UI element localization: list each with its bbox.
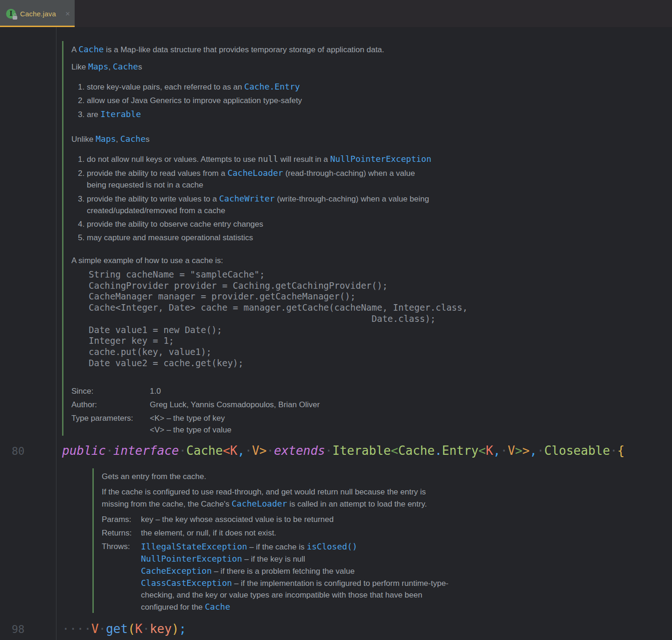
- gutter-divider: [56, 27, 56, 640]
- code-line-98[interactable]: ····V·get(K·key);: [62, 620, 672, 637]
- doc-text: s: [138, 63, 142, 71]
- whitespace-dot: ·: [245, 444, 252, 458]
- doc-definition-list: Since:1.0Author:Greg Luck, Yannis Cosmad…: [71, 385, 503, 436]
- doc-paragraph: A simple example of how to use a cache i…: [71, 255, 503, 266]
- def-label: Author:: [71, 399, 150, 410]
- doc-paragraph: If the cache is configured to use read-t…: [102, 486, 515, 510]
- list-item: store key-value pairs, each referred to …: [87, 81, 503, 93]
- doc-text: ,: [108, 63, 112, 71]
- code-token: Cache: [398, 444, 434, 458]
- doc-text: provide the ability to observe cache ent…: [87, 220, 263, 229]
- tab-cache-java[interactable]: I Cache.java ×: [0, 0, 75, 27]
- doc-row-class: A Cache is a Map-like data structure tha…: [0, 41, 672, 436]
- doc-text: – if the cache is: [247, 543, 307, 551]
- doc-link[interactable]: isClosed(): [307, 542, 357, 551]
- line-number-98: 98: [0, 623, 56, 635]
- code-token: ): [172, 622, 179, 636]
- code-token: get: [106, 622, 128, 636]
- doc-link[interactable]: Cache.Entry: [244, 82, 300, 91]
- code-token: ,: [238, 444, 245, 458]
- doc-paragraph: A Cache is a Map-like data structure tha…: [71, 43, 503, 56]
- list-item: provide the ability to write values to a…: [87, 193, 503, 216]
- doc-link[interactable]: NullPointerException: [141, 554, 242, 563]
- readonly-lock-icon: [13, 16, 17, 20]
- code-token: {: [617, 444, 625, 458]
- code-token: Cache: [186, 444, 223, 458]
- doc-link[interactable]: ClassCastException: [141, 578, 232, 588]
- code-line-80[interactable]: public·interface·Cache<K,·V>·extends·Ite…: [62, 442, 672, 459]
- javadoc-method-rendered: Gets an entry from the cache. If the cac…: [92, 468, 515, 613]
- doc-link[interactable]: Iterable: [100, 109, 141, 119]
- whitespace-dot: ·: [179, 444, 186, 458]
- doc-text: 1.0: [150, 387, 161, 396]
- doc-text: will result in a: [278, 155, 330, 164]
- doc-row-method: Gets an entry from the cache. If the cac…: [0, 459, 672, 613]
- doc-text: <K> – the type of key: [150, 414, 225, 423]
- doc-text: Gets an entry from the cache.: [102, 472, 206, 481]
- def-value: 1.0: [150, 385, 503, 397]
- list-item: provide the ability to read values from …: [87, 167, 503, 191]
- code-token: Entry: [442, 444, 478, 458]
- editor-tab-bar: I Cache.java ×: [0, 0, 672, 27]
- def-label: Returns:: [102, 527, 141, 539]
- code-token: interface: [113, 444, 179, 458]
- doc-link[interactable]: Cache: [205, 602, 230, 612]
- doc-text: may capture and measure operational stat…: [87, 233, 253, 242]
- code-token: ,: [493, 444, 501, 458]
- line-number-80: 80: [0, 445, 56, 457]
- code-token: <: [223, 444, 230, 458]
- doc-link[interactable]: Cache: [113, 62, 138, 71]
- doc-text: s: [146, 135, 150, 144]
- doc-link[interactable]: CacheException: [141, 566, 212, 576]
- doc-code-example: String cacheName = "sampleCache"; Cachin…: [89, 269, 503, 369]
- code-token: K: [135, 622, 143, 636]
- whitespace-dot: ·: [142, 622, 150, 636]
- code-token: >: [259, 444, 267, 458]
- code-token: (: [128, 622, 135, 636]
- doc-text: store key-value pairs, each referred to …: [87, 83, 244, 91]
- doc-ordered-list: do not allow null keys or values. Attemp…: [71, 153, 503, 243]
- code-token: V: [91, 622, 99, 636]
- doc-link[interactable]: CacheWriter: [219, 194, 274, 203]
- doc-link[interactable]: CacheLoader: [227, 168, 283, 178]
- list-item: are Iterable: [87, 108, 503, 120]
- code-token: <: [391, 444, 398, 458]
- doc-ordered-list: store key-value pairs, each referred to …: [71, 81, 503, 120]
- whitespace-dot: ·: [325, 444, 333, 458]
- doc-paragraph: Gets an entry from the cache.: [102, 471, 515, 482]
- doc-text: – if the key is null: [242, 555, 305, 563]
- def-value: Greg Luck, Yannis Cosmadopoulos, Brian O…: [150, 399, 503, 410]
- whitespace-dot: ····: [62, 622, 91, 636]
- javadoc-class-rendered: A Cache is a Map-like data structure tha…: [62, 41, 503, 436]
- doc-text: is called in an attempt to load the entr…: [287, 500, 427, 508]
- doc-text: is a Map-like data structure that provid…: [104, 45, 384, 54]
- doc-link[interactable]: Maps: [88, 62, 108, 71]
- code-row-98: 98 ····V·get(K·key);: [0, 620, 672, 637]
- doc-link[interactable]: Cache: [78, 44, 104, 54]
- doc-link[interactable]: Maps: [96, 134, 116, 144]
- doc-paragraph: Like Maps, Caches: [71, 61, 503, 73]
- doc-link[interactable]: NullPointerException: [330, 154, 431, 164]
- doc-text: allow use of Java Generics to improve ap…: [87, 96, 302, 105]
- def-value: key – the key whose associated value is …: [141, 514, 515, 525]
- def-value: the element, or null, if it does not exi…: [141, 527, 515, 539]
- doc-text: ,: [116, 135, 120, 144]
- doc-definition-list: Params:key – the key whose associated va…: [102, 514, 515, 613]
- doc-text: <V> – the type of value: [150, 425, 231, 434]
- editor-area[interactable]: A Cache is a Map-like data structure tha…: [0, 27, 672, 640]
- code-token: extends: [274, 444, 325, 458]
- doc-text: do not allow null keys or values. Attemp…: [87, 155, 258, 164]
- code-token: ,: [530, 444, 537, 458]
- doc-link[interactable]: Cache: [120, 134, 146, 144]
- doc-text: provide the ability to read values from …: [87, 169, 227, 178]
- tab-close-icon[interactable]: ×: [65, 10, 70, 18]
- doc-link[interactable]: CacheLoader: [231, 499, 287, 508]
- code-token: ;: [179, 622, 187, 636]
- code-token: Iterable: [332, 444, 391, 458]
- list-item: provide the ability to observe cache ent…: [87, 218, 503, 230]
- list-item: allow use of Java Generics to improve ap…: [87, 95, 503, 106]
- code-token: V: [508, 444, 515, 458]
- whitespace-dot: ·: [266, 444, 274, 458]
- doc-link[interactable]: IllegalStateException: [141, 542, 247, 551]
- ide-window: I Cache.java × A Cache is a Map-like dat…: [0, 0, 672, 640]
